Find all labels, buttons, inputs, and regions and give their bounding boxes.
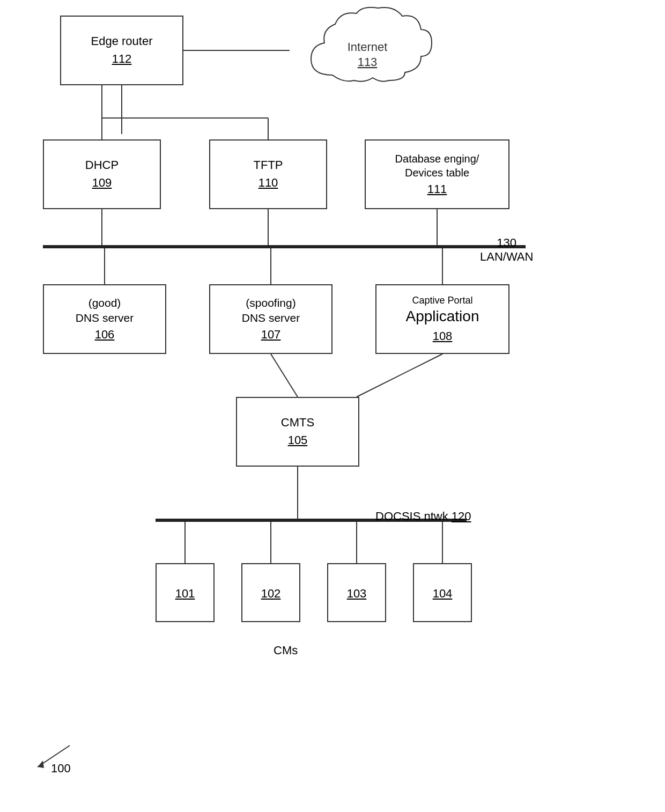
tftp-ref: 110 xyxy=(258,175,278,191)
spoofing-dns-label: (spoofing)DNS server xyxy=(242,296,300,325)
captive-portal-ref: 108 xyxy=(433,329,453,344)
svg-marker-24 xyxy=(38,761,44,768)
database-box: Database enging/Devices table 111 xyxy=(365,139,509,209)
network-diagram: Edge router 112 Internet 113 DHCP 109 TF… xyxy=(0,0,665,812)
cms-label: CMs xyxy=(274,644,298,658)
docsis-label: DOCSIS ntwk 120 xyxy=(375,510,471,523)
lan-wan-line xyxy=(43,245,526,248)
captive-portal-label: Captive Portal xyxy=(412,294,472,307)
cm-102-box: 102 xyxy=(241,563,300,622)
spoofing-dns-box: (spoofing)DNS server 107 xyxy=(209,284,332,354)
database-label: Database enging/Devices table xyxy=(395,152,479,180)
svg-text:113: 113 xyxy=(358,55,378,69)
cm-104-ref: 104 xyxy=(433,586,453,602)
cm-103-box: 103 xyxy=(327,563,386,622)
good-dns-box: (good)DNS server 106 xyxy=(43,284,166,354)
cmts-label: CMTS xyxy=(281,415,314,431)
dhcp-label: DHCP xyxy=(85,158,119,173)
edge-router-label: Edge router xyxy=(91,34,153,49)
good-dns-label: (good)DNS server xyxy=(76,296,134,325)
lan-wan-label: 130 LAN/WAN xyxy=(480,236,533,264)
svg-text:Internet: Internet xyxy=(348,40,388,54)
spoofing-dns-ref: 107 xyxy=(261,327,281,343)
figure-ref-label: 100 xyxy=(51,762,71,776)
svg-line-15 xyxy=(357,354,442,397)
cm-101-ref: 101 xyxy=(175,586,195,602)
tftp-label: TFTP xyxy=(254,158,283,173)
cm-102-ref: 102 xyxy=(261,586,281,602)
cmts-ref: 105 xyxy=(288,433,308,448)
good-dns-ref: 106 xyxy=(95,327,115,343)
svg-line-14 xyxy=(271,354,298,397)
cm-104-box: 104 xyxy=(413,563,472,622)
cm-101-box: 101 xyxy=(156,563,215,622)
dhcp-box: DHCP 109 xyxy=(43,139,161,209)
cm-103-ref: 103 xyxy=(347,586,367,602)
edge-router-box: Edge router 112 xyxy=(60,16,183,85)
database-ref: 111 xyxy=(427,182,447,197)
internet-cloud: Internet 113 xyxy=(290,5,445,99)
edge-router-ref: 112 xyxy=(112,51,132,67)
captive-portal-box: Captive Portal Application 108 xyxy=(375,284,509,354)
tftp-box: TFTP 110 xyxy=(209,139,327,209)
dhcp-ref: 109 xyxy=(92,175,112,191)
cmts-box: CMTS 105 xyxy=(236,397,359,467)
